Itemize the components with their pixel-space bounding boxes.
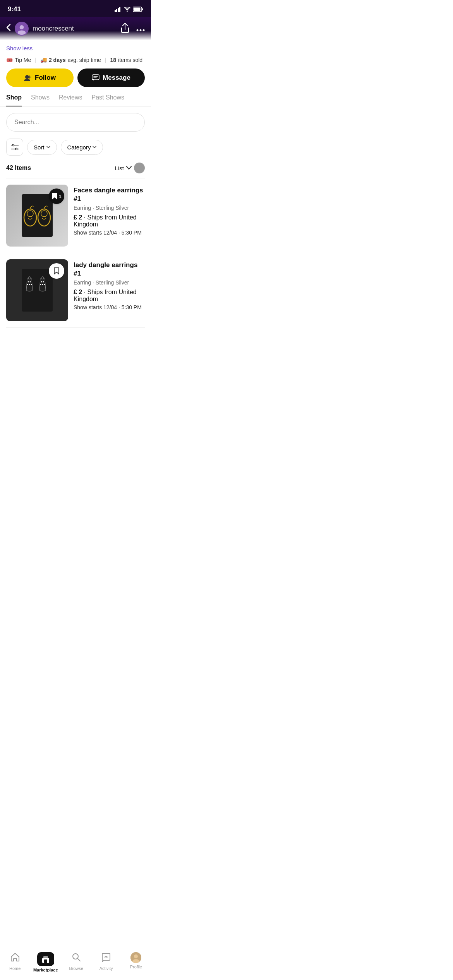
items-sold-item: 18 items sold: [110, 57, 143, 63]
truck-icon: 🚚: [40, 57, 47, 63]
svg-rect-6: [142, 9, 143, 10]
svg-point-28: [30, 281, 31, 283]
status-time: 9:41: [8, 5, 21, 13]
header: mooncrescent: [0, 17, 151, 40]
bookmark-empty-icon: [53, 267, 60, 274]
svg-point-10: [137, 29, 139, 31]
product-title: Faces dangle earrings #1: [74, 186, 145, 203]
sliders-icon: [11, 144, 19, 150]
search-input[interactable]: [6, 113, 145, 132]
svg-point-35: [42, 284, 43, 285]
tab-reviews[interactable]: Reviews: [59, 94, 82, 106]
bookmark-badge-2[interactable]: [49, 263, 64, 279]
product-subtitle: Earring · Sterling Silver: [74, 205, 145, 211]
svg-rect-5: [134, 8, 141, 11]
content: Show less 🎟️ Tip Me | 🚚 2 days avg. ship…: [0, 40, 151, 367]
table-row[interactable]: lady dangle earrings #1 Earring · Sterli…: [6, 253, 145, 328]
status-bar: 9:41: [0, 0, 151, 17]
svg-rect-19: [22, 194, 53, 237]
table-row[interactable]: 1 Faces dangle earrings #1 Earring · Ste…: [6, 178, 145, 253]
signal-icon: [115, 7, 122, 12]
shipping-item: 🚚 2 days avg. ship time: [40, 57, 101, 63]
svg-point-16: [12, 144, 14, 146]
svg-point-12: [143, 29, 145, 31]
message-button[interactable]: Message: [77, 69, 145, 87]
tab-shop[interactable]: Shop: [6, 94, 22, 106]
product-show: Show starts 12/04 · 5:30 PM: [74, 230, 145, 236]
back-button[interactable]: [6, 24, 11, 34]
action-buttons: Follow Message: [6, 69, 145, 87]
divider-1: |: [35, 57, 36, 63]
info-row: 🎟️ Tip Me | 🚚 2 days avg. ship time | 18…: [6, 55, 145, 69]
product-show-2: Show starts 12/04 · 5:30 PM: [74, 304, 145, 310]
status-icons: [115, 7, 143, 12]
avatar: [15, 22, 29, 36]
product-title-2: lady dangle earrings #1: [74, 261, 145, 278]
header-username: mooncrescent: [33, 25, 74, 33]
svg-rect-2: [118, 8, 119, 12]
product-subtitle-2: Earring · Sterling Silver: [74, 279, 145, 286]
svg-point-29: [27, 284, 28, 285]
svg-point-8: [20, 25, 24, 29]
svg-rect-1: [116, 9, 117, 12]
svg-point-30: [29, 284, 30, 285]
list-toggle-circle: [134, 163, 145, 173]
product-list: 1 Faces dangle earrings #1 Earring · Ste…: [6, 178, 145, 328]
items-count-row: 42 Items List: [6, 161, 145, 178]
category-button[interactable]: Category: [61, 140, 103, 155]
items-count: 42 Items: [6, 164, 31, 171]
filter-row: Sort Category: [6, 135, 145, 161]
message-icon: [92, 74, 100, 82]
header-right: [121, 23, 145, 35]
header-left: mooncrescent: [6, 22, 74, 36]
follow-icon: [24, 74, 32, 82]
sort-button[interactable]: Sort: [27, 140, 57, 155]
product-info-2: lady dangle earrings #1 Earring · Sterli…: [74, 259, 145, 310]
tip-me-item: 🎟️ Tip Me: [6, 57, 31, 63]
tabs: Shop Shows Reviews Past Shows: [0, 94, 151, 107]
search-container: [6, 107, 145, 135]
list-toggle-button[interactable]: List: [115, 163, 145, 173]
svg-point-33: [43, 281, 44, 283]
svg-point-32: [41, 281, 42, 283]
svg-point-18: [15, 148, 17, 150]
product-info: Faces dangle earrings #1 Earring · Sterl…: [74, 185, 145, 236]
show-less-link[interactable]: Show less: [6, 40, 145, 55]
svg-rect-3: [119, 7, 120, 12]
tip-icon: 🎟️: [6, 57, 13, 63]
sort-chevron-icon: [46, 146, 50, 149]
more-button[interactable]: [136, 24, 145, 33]
product-price-2: £ 2 · Ships from United Kingdom: [74, 289, 145, 303]
svg-point-11: [140, 29, 142, 31]
share-button[interactable]: [121, 23, 129, 35]
product-image-wrap: 1: [6, 185, 68, 247]
svg-point-36: [44, 284, 45, 285]
divider-2: |: [105, 57, 106, 63]
list-chevron-icon: [126, 166, 132, 170]
tab-shows[interactable]: Shows: [31, 94, 50, 106]
wifi-icon: [124, 7, 130, 12]
svg-point-9: [17, 30, 26, 35]
bookmark-icon: [51, 193, 58, 200]
tab-past-shows[interactable]: Past Shows: [92, 94, 124, 106]
product-price: £ 2 · Ships from United Kingdom: [74, 214, 145, 228]
bookmark-count: 1: [58, 194, 61, 199]
svg-point-31: [31, 284, 32, 285]
svg-rect-0: [115, 10, 116, 12]
svg-point-34: [40, 284, 41, 285]
product-image-wrap: [6, 259, 68, 321]
bookmark-badge[interactable]: 1: [49, 188, 64, 204]
category-chevron-icon: [93, 146, 96, 149]
follow-button[interactable]: Follow: [6, 69, 74, 87]
svg-point-27: [28, 281, 29, 283]
battery-icon: [133, 7, 143, 12]
filter-options-button[interactable]: [6, 139, 23, 156]
